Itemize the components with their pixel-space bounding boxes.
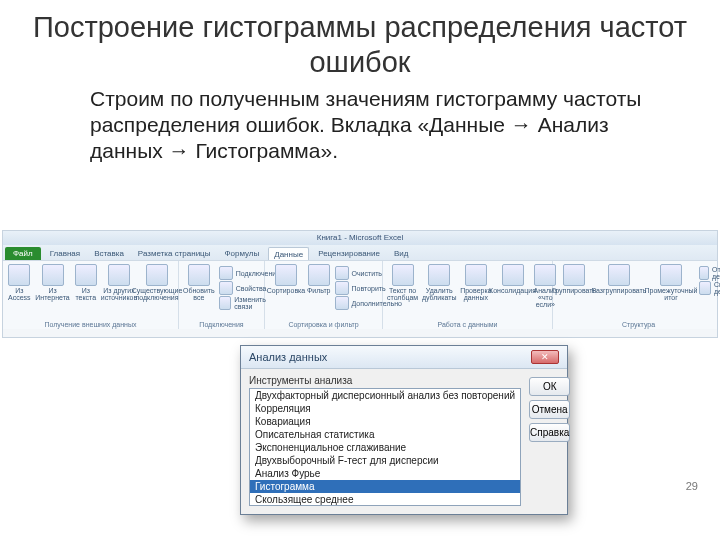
page-number: 29	[686, 480, 698, 492]
btn-show-detail[interactable]: Отобразить детали	[699, 266, 720, 280]
cancel-button[interactable]: Отмена	[529, 400, 570, 419]
group-connections: Обновить все Подключения Свойства Измени…	[179, 261, 265, 329]
text-to-col-icon	[392, 264, 414, 286]
slide-title: Построение гистограммы распределения час…	[0, 0, 720, 80]
btn-sort[interactable]: Сортировка	[269, 264, 303, 294]
list-item[interactable]: Экспоненциальное сглаживание	[250, 441, 520, 454]
list-item[interactable]: Скользящее среднее	[250, 493, 520, 506]
tab-insert[interactable]: Вставка	[89, 247, 129, 260]
filter-icon	[308, 264, 330, 286]
tab-review[interactable]: Рецензирование	[313, 247, 385, 260]
btn-from-access[interactable]: Из Access	[7, 264, 32, 301]
tab-home[interactable]: Главная	[45, 247, 85, 260]
group-icon	[563, 264, 585, 286]
remove-dup-icon	[428, 264, 450, 286]
btn-subtotal[interactable]: Промежуточный итог	[647, 264, 695, 301]
btn-text-to-col[interactable]: Текст по столбцам	[387, 264, 418, 301]
sort-icon	[275, 264, 297, 286]
btn-refresh-all[interactable]: Обновить все	[183, 264, 215, 301]
show-detail-icon	[699, 266, 709, 280]
btn-filter[interactable]: Фильтр	[307, 264, 331, 294]
reapply-icon	[335, 281, 349, 295]
list-item[interactable]: Двухвыборочный F-тест для дисперсии	[250, 454, 520, 467]
list-item[interactable]: Ковариация	[250, 415, 520, 428]
tools-listbox[interactable]: Двухфакторный дисперсионный анализ без п…	[249, 388, 521, 506]
subtotal-icon	[660, 264, 682, 286]
group-outline: Группировать Разгруппировать Промежуточн…	[553, 261, 720, 329]
group-sort-filter: Сортировка Фильтр Очистить Повторить Доп…	[265, 261, 383, 329]
btn-from-web[interactable]: Из Интернета	[36, 264, 70, 301]
list-item[interactable]: Двухфакторный дисперсионный анализ без п…	[250, 389, 520, 402]
consolidate-icon	[502, 264, 524, 286]
ribbon-tabs: Файл Главная Вставка Разметка страницы Ф…	[3, 245, 717, 260]
btn-remove-dup[interactable]: Удалить дубликаты	[422, 264, 456, 301]
ungroup-icon	[608, 264, 630, 286]
tab-view[interactable]: Вид	[389, 247, 413, 260]
connections-icon	[219, 266, 233, 280]
access-icon	[8, 264, 30, 286]
window-title: Книга1 - Microsoft Excel	[3, 231, 717, 245]
advanced-icon	[335, 296, 349, 310]
other-sources-icon	[108, 264, 130, 286]
list-label: Инструменты анализа	[249, 375, 521, 386]
btn-existing-conn[interactable]: Существующие подключения	[140, 264, 174, 301]
dialog-titlebar: Анализ данных ✕	[241, 346, 567, 369]
tab-formulas[interactable]: Формулы	[219, 247, 264, 260]
group-external-data: Из Access Из Интернета Из текста Из друг…	[3, 261, 179, 329]
tab-data[interactable]: Данные	[268, 247, 309, 260]
web-icon	[42, 264, 64, 286]
btn-group[interactable]: Группировать	[557, 264, 591, 294]
btn-hide-detail[interactable]: Скрыть детали	[699, 281, 720, 295]
refresh-icon	[188, 264, 210, 286]
group-data-tools: Текст по столбцам Удалить дубликаты Пров…	[383, 261, 553, 329]
list-item[interactable]: Корреляция	[250, 402, 520, 415]
btn-validation[interactable]: Проверка данных	[460, 264, 491, 301]
slide-body: Строим по полученным значениям гистограм…	[0, 80, 720, 165]
btn-from-text[interactable]: Из текста	[74, 264, 99, 301]
excel-ribbon: Книга1 - Microsoft Excel Файл Главная Вс…	[2, 230, 718, 338]
edit-links-icon	[219, 296, 232, 310]
validation-icon	[465, 264, 487, 286]
tab-page-layout[interactable]: Разметка страницы	[133, 247, 216, 260]
hide-detail-icon	[699, 281, 711, 295]
ok-button[interactable]: ОК	[529, 377, 570, 396]
data-analysis-dialog: Анализ данных ✕ Инструменты анализа Двух…	[240, 345, 568, 515]
help-button[interactable]: Справка	[529, 423, 570, 442]
list-item[interactable]: Описательная статистика	[250, 428, 520, 441]
btn-consolidate[interactable]: Консолидация	[496, 264, 530, 294]
clear-icon	[335, 266, 349, 280]
file-tab[interactable]: Файл	[5, 247, 41, 260]
btn-ungroup[interactable]: Разгруппировать	[595, 264, 643, 294]
existing-conn-icon	[146, 264, 168, 286]
list-item-selected[interactable]: Гистограмма	[250, 480, 520, 493]
list-item[interactable]: Анализ Фурье	[250, 467, 520, 480]
close-button[interactable]: ✕	[531, 350, 559, 364]
properties-icon	[219, 281, 233, 295]
dialog-title: Анализ данных	[249, 351, 327, 363]
text-icon	[75, 264, 97, 286]
